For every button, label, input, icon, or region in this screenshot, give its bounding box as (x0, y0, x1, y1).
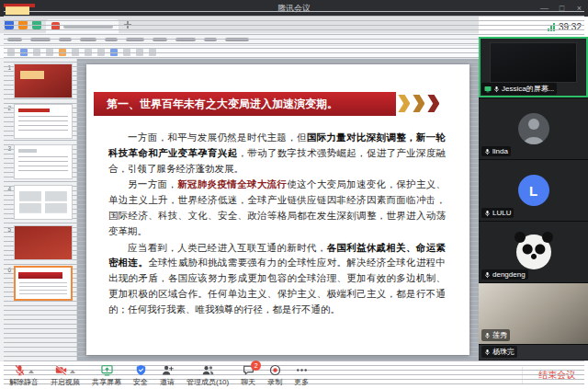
participant-label: 莲秀 (481, 329, 510, 341)
share-screen-button[interactable]: 共享屏幕 (92, 365, 121, 386)
slide-thumbnail-image (14, 185, 73, 220)
video-tile-lianxiu[interactable]: 莲秀 (479, 283, 588, 345)
participant-label: 杨珠完 (481, 346, 517, 358)
mic-icon (493, 86, 500, 93)
record-button[interactable]: 录制 (267, 365, 282, 386)
slide-thumbnail-image (14, 63, 73, 98)
screen-share-preview (490, 42, 577, 83)
manage-members-button[interactable]: 管理成员(10) (187, 365, 229, 386)
slide-canvas-area: 第一、世界百年未有之大变局进入加速演变期。 一方面，和平与发展仍然是时代主题，但… (77, 59, 479, 360)
panda-photo (516, 235, 551, 269)
video-tile-dengdeng[interactable]: dengdeng (479, 222, 588, 283)
participant-label: linda (481, 146, 511, 156)
slide-thumbnail-1[interactable]: 1 (4, 63, 73, 98)
wps-toolbar[interactable] (0, 46, 479, 59)
slide-title: 第一、世界百年未有之大变局进入加速演变期。 (107, 97, 338, 112)
slide-title-banner: 第一、世界百年未有之大变局进入加速演变期。 (94, 92, 396, 116)
participant-label: Jessica的屏幕... (481, 83, 557, 95)
chat-unread-badge: 2 (251, 360, 261, 371)
slide-paragraph: 应当看到，人类已经进入互联互通的新时代，各国利益休戚相关、命运紧密相连。全球性威… (108, 240, 446, 317)
slide-thumbnail-image (14, 225, 73, 260)
video-tile-list: Jessica的屏幕... linda L LULU (479, 37, 588, 360)
slide-thumbnail-image (14, 266, 73, 301)
more-button[interactable]: 更多 (294, 365, 309, 386)
unmute-button[interactable]: 解除静音 (9, 365, 39, 386)
video-tile-jessica-screen[interactable]: Jessica的屏幕... (479, 37, 588, 98)
mic-icon (484, 271, 491, 279)
slide-thumbnail-image (14, 144, 73, 179)
security-button[interactable]: 安全 (133, 365, 148, 386)
video-tile-linda[interactable]: linda (479, 98, 588, 160)
slide-paragraph: 另一方面，新冠肺炎疫情全球大流行使这个大变局加速变化，保护主义、单边主义上升，世… (108, 177, 446, 238)
slide-thumbnail-image (14, 104, 73, 139)
slide-thumbnail-6[interactable]: 6 (4, 266, 73, 301)
slide-thumbnail-4[interactable]: 4 (4, 185, 73, 220)
avatar (518, 113, 549, 144)
slide-thumbnail-3[interactable]: 3 (4, 144, 73, 179)
participant-label: LULU (481, 208, 514, 218)
current-slide: 第一、世界百年未有之大变局进入加速演变期。 一方面，和平与发展仍然是时代主题，但… (86, 64, 469, 355)
slide-paragraph: 一方面，和平与发展仍然是时代主题，但国际力量对比深刻调整，新一轮科技革命和产业变… (108, 130, 446, 176)
video-tile-yangzhuwan[interactable]: 杨珠完 (479, 345, 588, 360)
screen-share-icon (484, 86, 492, 93)
chevron-decoration-icons (398, 95, 439, 112)
video-tile-lulu[interactable]: L LULU (479, 160, 588, 222)
tencent-meeting-window: 腾讯会议 — □ × (0, 0, 588, 389)
mic-icon (484, 332, 491, 339)
chat-button[interactable]: 2 聊天 (241, 365, 255, 386)
start-video-button[interactable]: 开启视频 (51, 365, 80, 386)
shared-screen-view: 1 2 3 4 5 (0, 17, 479, 360)
mic-icon (484, 148, 491, 155)
invite-button[interactable]: 邀请 (160, 365, 175, 386)
avatar: L (518, 175, 549, 206)
participant-label: dengdeng (481, 269, 528, 280)
slide-thumbnail-5[interactable]: 5 (4, 225, 73, 260)
mic-icon (484, 349, 491, 356)
participant-video-panel: 39:32 Jessica的屏幕... linda (479, 17, 588, 360)
slide-body-text: 一方面，和平与发展仍然是时代主题，但国际力量对比深刻调整，新一轮科技革命和产业变… (86, 116, 469, 317)
mic-options-chevron-icon[interactable] (28, 370, 34, 373)
camera-options-chevron-icon[interactable] (70, 370, 75, 373)
mic-icon (484, 210, 491, 217)
slide-thumbnail-2[interactable]: 2 (4, 104, 73, 139)
